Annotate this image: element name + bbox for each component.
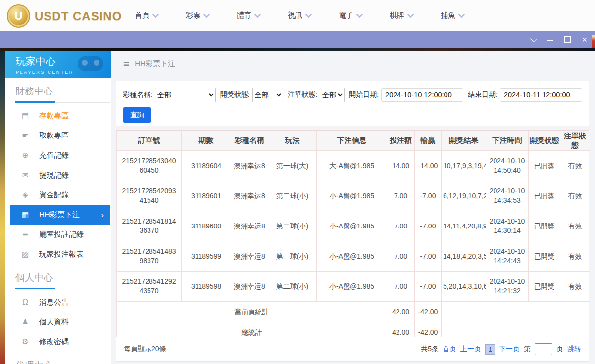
- order-status-select[interactable]: 全部: [320, 88, 345, 102]
- table-cell: 31189601: [182, 181, 231, 211]
- current-page[interactable]: 1: [485, 344, 495, 355]
- close-button[interactable]: ×: [582, 35, 587, 44]
- table-cell: 澳洲幸运8: [231, 181, 268, 211]
- pagination-bar: 每頁顯示20條 共5条 首页 上一页 1 下一页 第 页 跳转: [116, 337, 589, 362]
- chevron-down-icon: [305, 11, 312, 18]
- table-row: 215217285412924357031189598澳洲幸运8第二球(小)小-…: [117, 272, 590, 302]
- nav-item-2[interactable]: 體育: [237, 11, 260, 20]
- jump-prefix: 第: [524, 345, 531, 354]
- section-underline: [15, 102, 110, 103]
- sidebar-item-profile[interactable]: ♟個人資料: [10, 312, 110, 332]
- start-date-input[interactable]: [381, 88, 463, 102]
- table-cell: 2024-10-10 14:34:53: [486, 181, 529, 211]
- sidebar-item-label: 個人資料: [39, 318, 69, 327]
- table-cell: 2024-10-10 14:30:14: [486, 211, 529, 241]
- table-cell: 31189598: [182, 272, 231, 302]
- table-cell: -7.00: [415, 211, 442, 241]
- draw-status-select[interactable]: 全部: [252, 88, 283, 102]
- start-date-label: 開始日期:: [349, 91, 379, 99]
- maximize-icon: [564, 36, 571, 43]
- next-page-link[interactable]: 下一页: [499, 345, 520, 354]
- brand-name: USDT CASINO: [35, 9, 122, 23]
- table-cell: 7.00: [387, 241, 415, 272]
- sidebar-item-funds-records[interactable]: ◈資金記錄: [10, 185, 110, 205]
- sidebar-item-label: 存款專區: [39, 111, 69, 121]
- main-content: ≡ HH彩票下注 彩種名稱: 全部 開獎狀態: 全部 注單狀態: 全部 開始日期…: [111, 51, 595, 364]
- summary-bet-total: 42.00: [387, 302, 415, 322]
- sidebar-item-hh-lottery-bets[interactable]: ▦HH彩票下注›: [10, 205, 110, 225]
- sidebar-item-room-bet-records[interactable]: ≡廳室投註記錄: [10, 225, 110, 244]
- column-header: 輸贏: [415, 131, 442, 151]
- ticket-icon: ▦: [20, 210, 31, 219]
- sidebar-item-recharge-records[interactable]: ⊕充值記錄: [10, 145, 110, 165]
- summary-empty-cell: [442, 302, 590, 322]
- gamepad-icon: [78, 56, 103, 71]
- pagination-controls: 共5条 首页 上一页 1 下一页 第 页 跳转: [421, 343, 581, 355]
- table-cell: 小-A盤@1.985: [317, 272, 387, 302]
- page-title: HH彩票下注: [135, 59, 175, 69]
- sidebar-item-label: 玩家投注報表: [39, 250, 84, 259]
- sidebar-section-title: 個人中心: [15, 272, 111, 284]
- table-cell: 2152172854181436370: [117, 211, 182, 241]
- lottery-name-label: 彩種名稱:: [123, 91, 152, 99]
- table-cell: -7.00: [415, 241, 442, 272]
- table-cell: -14.00: [415, 151, 442, 181]
- background-left-strip: [0, 51, 5, 364]
- nav-item-label: 視訊: [288, 11, 302, 20]
- sidebar-item-player-bet-report[interactable]: ▨玩家投注報表: [10, 244, 110, 264]
- table-cell: 2024-10-10 14:21:32: [486, 272, 529, 302]
- table-cell: 已開獎: [529, 151, 560, 181]
- table-cell: 7.00: [387, 272, 415, 302]
- sidebar-item-label: 取款專區: [39, 131, 69, 140]
- sidebar-item-announcements[interactable]: Ω消息公告: [10, 292, 110, 312]
- nav-item-3[interactable]: 視訊: [288, 11, 311, 20]
- menu-icon[interactable]: ≡: [123, 59, 130, 69]
- table-row: 215217285430406045031189604澳洲幸运8第一球(大)大-…: [117, 151, 590, 181]
- collapse-button[interactable]: [531, 38, 536, 41]
- app-area: 玩家中心 PLAYERS CENTER 財務中心▤存款專區☛取款專區⊕充值記錄✉…: [0, 51, 595, 364]
- column-header: 期數: [182, 131, 231, 151]
- filter-row: 彩種名稱: 全部 開獎狀態: 全部 注單狀態: 全部 開始日期: 結束日期:: [123, 88, 582, 102]
- maximize-button[interactable]: [564, 36, 571, 43]
- breadcrumb: ≡ HH彩票下注: [111, 51, 595, 69]
- nav-item-5[interactable]: 棋牌: [390, 11, 413, 20]
- prev-page-link[interactable]: 上一页: [460, 345, 481, 354]
- nav-item-1[interactable]: 彩票: [186, 11, 209, 20]
- end-date-label: 結束日期:: [468, 91, 497, 99]
- table-cell: 2152172854148398370: [117, 241, 182, 272]
- end-date-input[interactable]: [500, 88, 582, 102]
- table-cell: -7.00: [415, 272, 442, 302]
- brand-logo[interactable]: U USDT CASINO: [7, 4, 122, 28]
- bell-icon: Ω: [20, 298, 31, 307]
- sidebar-item-change-password[interactable]: ⚙修改密碼: [10, 332, 110, 352]
- column-header: 投注額: [387, 131, 415, 151]
- lottery-name-select[interactable]: 全部: [155, 88, 216, 102]
- first-page-link[interactable]: 首页: [443, 345, 456, 354]
- minimize-button[interactable]: [547, 38, 553, 41]
- nav-item-label: 電子: [339, 11, 353, 20]
- nav-item-label: 彩票: [186, 11, 200, 20]
- chevron-down-icon: [458, 11, 465, 18]
- table-cell: 31189599: [182, 241, 231, 272]
- card-icon: ▤: [20, 111, 31, 120]
- search-button[interactable]: 查詢: [123, 107, 151, 123]
- list-icon: ≡: [20, 230, 31, 239]
- sidebar-item-deposit-zone[interactable]: ▤存款專區: [10, 106, 110, 126]
- nav-item-4[interactable]: 電子: [339, 11, 362, 20]
- table-cell: 7.00: [387, 181, 415, 211]
- jump-button[interactable]: 跳转: [567, 345, 581, 354]
- table-cell: 5,20,14,3,10,6,12,11: [442, 272, 486, 302]
- nav-item-0[interactable]: 首頁: [135, 11, 158, 20]
- sidebar-item-label: 提現記錄: [39, 171, 69, 180]
- table-cell: 第一球(小): [268, 241, 317, 272]
- table-cell: 大-A盤@1.985: [317, 151, 387, 181]
- table-cell: 有效: [560, 241, 590, 272]
- sidebar-item-withdraw-zone[interactable]: ☛取款專區: [10, 126, 110, 145]
- table-cell: -7.00: [415, 181, 442, 211]
- sidebar-item-withdraw-records[interactable]: ✉提現記錄: [10, 165, 110, 185]
- jump-page-input[interactable]: [535, 343, 552, 355]
- table-cell: 有效: [560, 211, 590, 241]
- nav-item-6[interactable]: 捕魚: [441, 11, 464, 20]
- table-cell: 7.00: [387, 211, 415, 241]
- table-cell: 第一球(大): [268, 151, 317, 181]
